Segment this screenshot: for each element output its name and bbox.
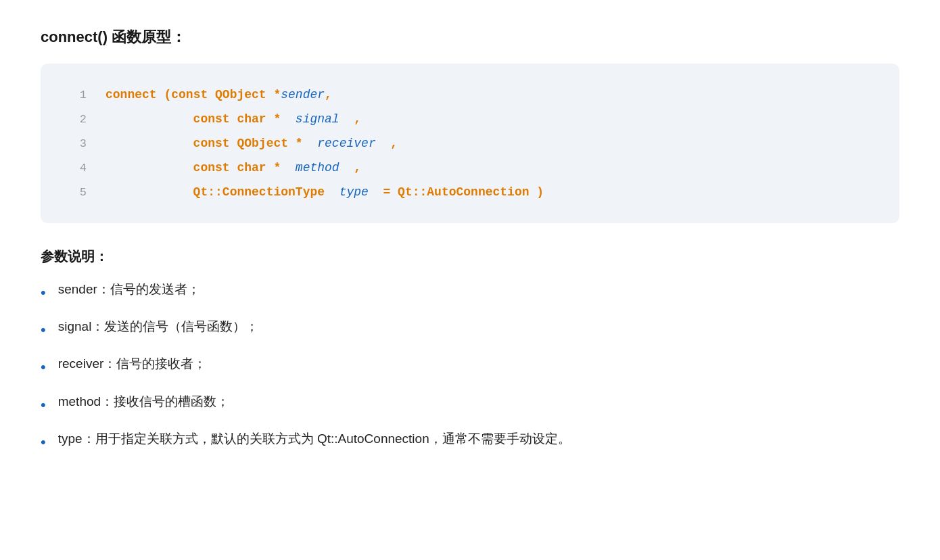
params-list: • sender：信号的发送者； • signal：发送的信号（信号函数）； •…: [41, 279, 899, 454]
code-paren-open: (const QObject *: [157, 88, 281, 101]
bullet-receiver: •: [41, 355, 46, 379]
code-conntype: Qt::ConnectionType: [105, 185, 339, 199]
code-comma-2: ,: [339, 112, 361, 126]
code-default: = Qt::AutoConnection ): [369, 185, 544, 199]
code-content-2: const char * signal ,: [105, 107, 361, 131]
line-number-2: 2: [68, 108, 87, 131]
page-container: connect() 函数原型： 1 connect (const QObject…: [41, 27, 899, 454]
line-number-1: 1: [68, 84, 87, 107]
list-item-type: • type：用于指定关联方式，默认的关联方式为 Qt::AutoConnect…: [41, 429, 899, 454]
param-sender: sender: [281, 88, 325, 101]
code-content-5: Qt::ConnectionType type = Qt::AutoConnec…: [105, 180, 544, 204]
param-receiver: receiver: [317, 137, 375, 150]
param-text-method: method：接收信号的槽函数；: [58, 392, 899, 412]
bullet-sender: •: [41, 281, 46, 304]
param-method: method: [296, 161, 339, 174]
code-content-1: connect (const QObject *sender,: [105, 83, 332, 107]
params-section: 参数说明： • sender：信号的发送者； • signal：发送的信号（信号…: [41, 248, 899, 454]
code-comma-3: ,: [376, 137, 398, 150]
params-heading: 参数说明：: [41, 248, 899, 266]
keyword-connect: connect: [105, 88, 157, 101]
param-text-sender: sender：信号的发送者；: [58, 279, 899, 300]
code-content-4: const char * method ,: [105, 156, 361, 180]
code-qobject-2: const QObject *: [105, 137, 317, 150]
param-text-type: type：用于指定关联方式，默认的关联方式为 Qt::AutoConnectio…: [58, 429, 899, 449]
code-char-2: const char *: [105, 161, 296, 174]
bullet-type: •: [41, 430, 46, 454]
code-line-5: 5 Qt::ConnectionType type = Qt::AutoConn…: [68, 180, 872, 204]
bullet-method: •: [41, 393, 46, 417]
code-line-4: 4 const char * method ,: [68, 156, 872, 180]
param-text-signal: signal：发送的信号（信号函数）；: [58, 317, 899, 337]
code-line-1: 1 connect (const QObject *sender,: [68, 83, 872, 107]
code-comma-1: ,: [325, 88, 332, 101]
param-signal: signal: [296, 112, 339, 126]
page-title: connect() 函数原型：: [41, 27, 899, 47]
code-content-3: const QObject * receiver ,: [105, 131, 398, 156]
code-char-1: const char *: [105, 112, 296, 126]
line-number-4: 4: [68, 157, 87, 180]
line-number-5: 5: [68, 181, 87, 204]
param-type: type: [339, 185, 369, 199]
list-item-receiver: • receiver：信号的接收者；: [41, 354, 899, 379]
code-line-3: 3 const QObject * receiver ,: [68, 131, 872, 156]
list-item-sender: • sender：信号的发送者；: [41, 279, 899, 304]
line-number-3: 3: [68, 133, 87, 156]
param-text-receiver: receiver：信号的接收者；: [58, 354, 899, 374]
list-item-method: • method：接收信号的槽函数；: [41, 392, 899, 417]
list-item-signal: • signal：发送的信号（信号函数）；: [41, 317, 899, 342]
code-comma-4: ,: [339, 161, 361, 174]
code-block: 1 connect (const QObject *sender, 2 cons…: [41, 64, 899, 223]
code-line-2: 2 const char * signal ,: [68, 107, 872, 131]
bullet-signal: •: [41, 318, 46, 342]
